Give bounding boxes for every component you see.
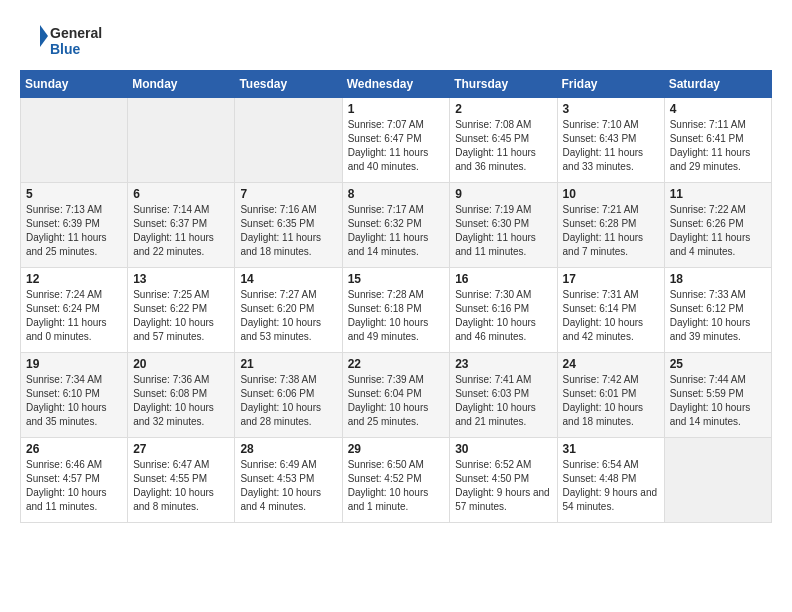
weekday-header: Wednesday (342, 71, 450, 98)
day-number: 4 (670, 102, 766, 116)
weekday-header: Friday (557, 71, 664, 98)
day-info: Sunrise: 7:07 AM Sunset: 6:47 PM Dayligh… (348, 118, 445, 174)
day-number: 22 (348, 357, 445, 371)
day-info: Sunrise: 7:11 AM Sunset: 6:41 PM Dayligh… (670, 118, 766, 174)
day-number: 23 (455, 357, 551, 371)
day-info: Sunrise: 7:44 AM Sunset: 5:59 PM Dayligh… (670, 373, 766, 429)
day-number: 30 (455, 442, 551, 456)
day-info: Sunrise: 7:24 AM Sunset: 6:24 PM Dayligh… (26, 288, 122, 344)
calendar-cell: 31Sunrise: 6:54 AM Sunset: 4:48 PM Dayli… (557, 438, 664, 523)
weekday-header: Thursday (450, 71, 557, 98)
calendar-cell: 24Sunrise: 7:42 AM Sunset: 6:01 PM Dayli… (557, 353, 664, 438)
day-number: 17 (563, 272, 659, 286)
day-info: Sunrise: 7:19 AM Sunset: 6:30 PM Dayligh… (455, 203, 551, 259)
calendar-week-row: 1Sunrise: 7:07 AM Sunset: 6:47 PM Daylig… (21, 98, 772, 183)
day-info: Sunrise: 7:25 AM Sunset: 6:22 PM Dayligh… (133, 288, 229, 344)
day-info: Sunrise: 6:54 AM Sunset: 4:48 PM Dayligh… (563, 458, 659, 514)
calendar-cell: 4Sunrise: 7:11 AM Sunset: 6:41 PM Daylig… (664, 98, 771, 183)
calendar-header-row: SundayMondayTuesdayWednesdayThursdayFrid… (21, 71, 772, 98)
weekday-header: Sunday (21, 71, 128, 98)
calendar-cell: 16Sunrise: 7:30 AM Sunset: 6:16 PM Dayli… (450, 268, 557, 353)
day-number: 31 (563, 442, 659, 456)
calendar-cell: 14Sunrise: 7:27 AM Sunset: 6:20 PM Dayli… (235, 268, 342, 353)
weekday-header: Monday (128, 71, 235, 98)
calendar-week-row: 26Sunrise: 6:46 AM Sunset: 4:57 PM Dayli… (21, 438, 772, 523)
day-number: 24 (563, 357, 659, 371)
day-number: 11 (670, 187, 766, 201)
day-info: Sunrise: 6:46 AM Sunset: 4:57 PM Dayligh… (26, 458, 122, 514)
calendar-cell: 2Sunrise: 7:08 AM Sunset: 6:45 PM Daylig… (450, 98, 557, 183)
day-number: 9 (455, 187, 551, 201)
day-number: 28 (240, 442, 336, 456)
day-info: Sunrise: 7:31 AM Sunset: 6:14 PM Dayligh… (563, 288, 659, 344)
day-number: 5 (26, 187, 122, 201)
day-info: Sunrise: 6:50 AM Sunset: 4:52 PM Dayligh… (348, 458, 445, 514)
day-info: Sunrise: 7:34 AM Sunset: 6:10 PM Dayligh… (26, 373, 122, 429)
calendar-cell: 21Sunrise: 7:38 AM Sunset: 6:06 PM Dayli… (235, 353, 342, 438)
day-number: 12 (26, 272, 122, 286)
weekday-header: Tuesday (235, 71, 342, 98)
day-number: 3 (563, 102, 659, 116)
calendar-cell: 18Sunrise: 7:33 AM Sunset: 6:12 PM Dayli… (664, 268, 771, 353)
day-number: 1 (348, 102, 445, 116)
calendar-cell: 29Sunrise: 6:50 AM Sunset: 4:52 PM Dayli… (342, 438, 450, 523)
day-number: 13 (133, 272, 229, 286)
calendar-cell: 11Sunrise: 7:22 AM Sunset: 6:26 PM Dayli… (664, 183, 771, 268)
weekday-header: Saturday (664, 71, 771, 98)
svg-text:General: General (50, 25, 102, 41)
day-number: 6 (133, 187, 229, 201)
day-info: Sunrise: 7:10 AM Sunset: 6:43 PM Dayligh… (563, 118, 659, 174)
calendar-cell: 28Sunrise: 6:49 AM Sunset: 4:53 PM Dayli… (235, 438, 342, 523)
svg-text:Blue: Blue (50, 41, 81, 57)
day-info: Sunrise: 6:52 AM Sunset: 4:50 PM Dayligh… (455, 458, 551, 514)
calendar-cell: 8Sunrise: 7:17 AM Sunset: 6:32 PM Daylig… (342, 183, 450, 268)
calendar-cell: 3Sunrise: 7:10 AM Sunset: 6:43 PM Daylig… (557, 98, 664, 183)
logo: GeneralBlue (20, 20, 130, 60)
calendar-cell: 27Sunrise: 6:47 AM Sunset: 4:55 PM Dayli… (128, 438, 235, 523)
calendar-cell (21, 98, 128, 183)
calendar-table: SundayMondayTuesdayWednesdayThursdayFrid… (20, 70, 772, 523)
calendar-cell: 10Sunrise: 7:21 AM Sunset: 6:28 PM Dayli… (557, 183, 664, 268)
calendar-week-row: 5Sunrise: 7:13 AM Sunset: 6:39 PM Daylig… (21, 183, 772, 268)
day-number: 16 (455, 272, 551, 286)
day-number: 19 (26, 357, 122, 371)
day-number: 20 (133, 357, 229, 371)
calendar-cell: 25Sunrise: 7:44 AM Sunset: 5:59 PM Dayli… (664, 353, 771, 438)
day-info: Sunrise: 7:16 AM Sunset: 6:35 PM Dayligh… (240, 203, 336, 259)
day-info: Sunrise: 7:08 AM Sunset: 6:45 PM Dayligh… (455, 118, 551, 174)
calendar-cell: 15Sunrise: 7:28 AM Sunset: 6:18 PM Dayli… (342, 268, 450, 353)
day-info: Sunrise: 7:14 AM Sunset: 6:37 PM Dayligh… (133, 203, 229, 259)
day-info: Sunrise: 7:22 AM Sunset: 6:26 PM Dayligh… (670, 203, 766, 259)
day-number: 10 (563, 187, 659, 201)
calendar-week-row: 12Sunrise: 7:24 AM Sunset: 6:24 PM Dayli… (21, 268, 772, 353)
day-number: 18 (670, 272, 766, 286)
day-number: 7 (240, 187, 336, 201)
day-number: 27 (133, 442, 229, 456)
calendar-cell: 7Sunrise: 7:16 AM Sunset: 6:35 PM Daylig… (235, 183, 342, 268)
day-info: Sunrise: 7:33 AM Sunset: 6:12 PM Dayligh… (670, 288, 766, 344)
calendar-cell: 1Sunrise: 7:07 AM Sunset: 6:47 PM Daylig… (342, 98, 450, 183)
day-info: Sunrise: 7:42 AM Sunset: 6:01 PM Dayligh… (563, 373, 659, 429)
day-info: Sunrise: 7:30 AM Sunset: 6:16 PM Dayligh… (455, 288, 551, 344)
day-number: 15 (348, 272, 445, 286)
day-info: Sunrise: 6:47 AM Sunset: 4:55 PM Dayligh… (133, 458, 229, 514)
calendar-cell: 9Sunrise: 7:19 AM Sunset: 6:30 PM Daylig… (450, 183, 557, 268)
day-number: 25 (670, 357, 766, 371)
day-number: 26 (26, 442, 122, 456)
calendar-cell: 13Sunrise: 7:25 AM Sunset: 6:22 PM Dayli… (128, 268, 235, 353)
calendar-cell: 6Sunrise: 7:14 AM Sunset: 6:37 PM Daylig… (128, 183, 235, 268)
day-info: Sunrise: 7:27 AM Sunset: 6:20 PM Dayligh… (240, 288, 336, 344)
day-number: 2 (455, 102, 551, 116)
day-info: Sunrise: 7:39 AM Sunset: 6:04 PM Dayligh… (348, 373, 445, 429)
calendar-cell: 17Sunrise: 7:31 AM Sunset: 6:14 PM Dayli… (557, 268, 664, 353)
logo-svg: GeneralBlue (20, 20, 130, 60)
calendar-cell: 26Sunrise: 6:46 AM Sunset: 4:57 PM Dayli… (21, 438, 128, 523)
day-number: 29 (348, 442, 445, 456)
calendar-cell: 30Sunrise: 6:52 AM Sunset: 4:50 PM Dayli… (450, 438, 557, 523)
day-info: Sunrise: 7:41 AM Sunset: 6:03 PM Dayligh… (455, 373, 551, 429)
svg-marker-2 (40, 25, 48, 47)
calendar-week-row: 19Sunrise: 7:34 AM Sunset: 6:10 PM Dayli… (21, 353, 772, 438)
calendar-cell: 22Sunrise: 7:39 AM Sunset: 6:04 PM Dayli… (342, 353, 450, 438)
calendar-cell (664, 438, 771, 523)
calendar-cell: 5Sunrise: 7:13 AM Sunset: 6:39 PM Daylig… (21, 183, 128, 268)
